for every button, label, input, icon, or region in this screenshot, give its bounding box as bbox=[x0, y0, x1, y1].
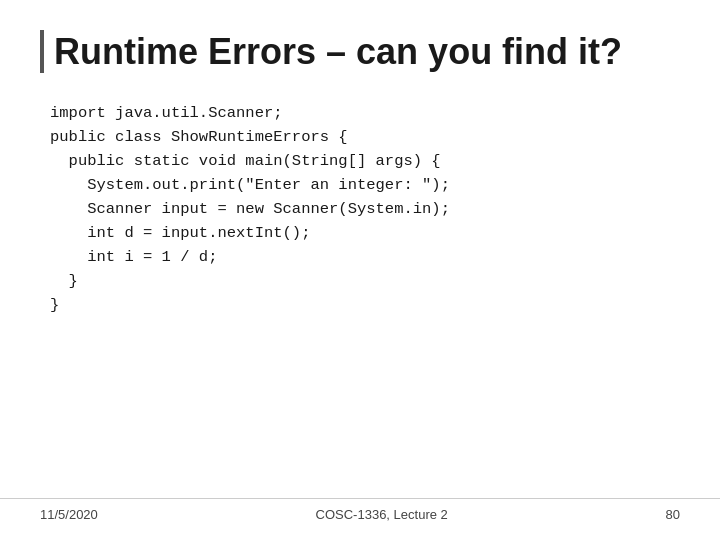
code-line-9: } bbox=[50, 293, 680, 317]
slide-container: Runtime Errors – can you find it? import… bbox=[0, 0, 720, 540]
code-line-7: int i = 1 / d; bbox=[50, 245, 680, 269]
code-line-2: public class ShowRuntimeErrors { bbox=[50, 125, 680, 149]
code-line-4: System.out.print("Enter an integer: "); bbox=[50, 173, 680, 197]
footer-course: COSC-1336, Lecture 2 bbox=[316, 507, 448, 522]
footer-page: 80 bbox=[666, 507, 680, 522]
code-line-3: public static void main(String[] args) { bbox=[50, 149, 680, 173]
slide-title: Runtime Errors – can you find it? bbox=[40, 30, 680, 73]
footer-date: 11/5/2020 bbox=[40, 507, 98, 522]
code-line-6: int d = input.nextInt(); bbox=[50, 221, 680, 245]
code-line-5: Scanner input = new Scanner(System.in); bbox=[50, 197, 680, 221]
code-line-1: import java.util.Scanner; bbox=[50, 101, 680, 125]
slide-footer: 11/5/2020 COSC-1336, Lecture 2 80 bbox=[0, 498, 720, 522]
code-block: import java.util.Scanner; public class S… bbox=[50, 101, 680, 317]
code-line-8: } bbox=[50, 269, 680, 293]
